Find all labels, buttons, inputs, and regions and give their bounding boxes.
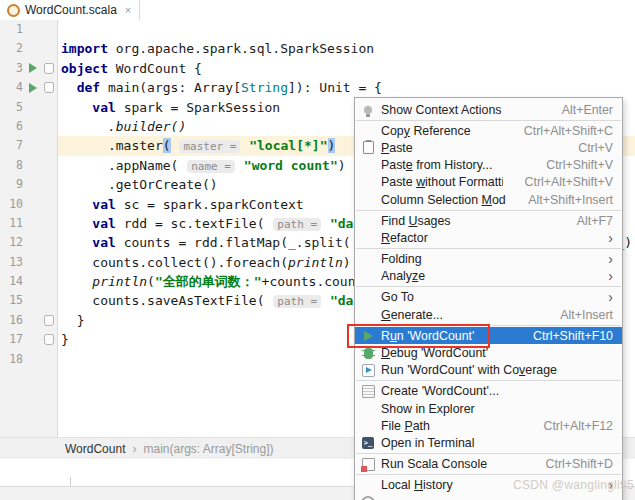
code-line[interactable]: 4 def main(args: Array[String]): Unit = … [0,78,635,97]
menu-item-shortcut: Ctrl+V [578,141,613,155]
line-number: 10 [0,195,23,214]
menu-item-folding[interactable]: Folding› [355,251,622,268]
line-number: 7 [0,136,23,155]
tab-close-icon[interactable]: × [125,4,131,16]
menu-item-partial-bottom-item[interactable] [355,494,622,500]
menu-item-shortcut: Ctrl+Alt+Shift+V [525,175,614,189]
coverage-icon [360,362,376,378]
menu-item-paste[interactable]: PasteCtrl+V [355,139,622,156]
create-icon [360,383,376,399]
menu-item-paste-without-formatting[interactable]: Paste without FormattingCtrl+Alt+Shift+V [355,174,622,191]
menu-item-shortcut: Ctrl+Shift+V [546,158,613,172]
menu-item-label: Paste from History... [381,158,524,172]
gutter-cell: 7 [0,136,58,155]
line-number: 1 [0,20,23,39]
editor-tab-bar: WordCount.scala × [0,0,635,21]
scala-file-icon [7,4,20,17]
menu-item-label: Go To [381,290,586,304]
none-icon [360,418,376,434]
menu-item-analyze[interactable]: Analyze› [355,268,622,285]
none-icon [360,192,376,208]
watermark-text: CSDN @wanglingli95 [513,478,634,492]
fold-marker-icon[interactable] [44,315,54,326]
menu-item-run-wordcount-with-coverage[interactable]: Run 'WordCount' with Coverage [355,362,622,379]
none-icon [360,289,376,305]
breadcrumb-item-file[interactable]: WordCount [65,442,125,456]
menu-item-run-wordcount[interactable]: Run 'WordCount'Ctrl+Shift+F10 [355,327,622,344]
fold-marker-icon[interactable] [44,63,54,74]
menu-item-debug-wordcount[interactable]: Debug 'WordCount' [355,344,622,361]
gutter-cell: 8 [0,156,58,175]
fold-marker-icon[interactable] [44,334,54,345]
gutter-cell: 16 [0,311,58,330]
tab-title: WordCount.scala [25,3,117,17]
code-line[interactable]: 3object WordCount { [0,59,635,78]
none-icon [360,230,376,246]
code-text: import org.apache.spark.sql.SparkSession [58,39,635,58]
code-line[interactable]: 1 [0,20,635,39]
fold-marker-icon[interactable] [44,82,54,93]
gutter-cell: 6 [0,117,58,136]
menu-item-label: Copy Reference [381,124,502,138]
code-line[interactable]: 2import org.apache.spark.sql.SparkSessio… [0,39,635,58]
gutter-cell: 12 [0,233,58,252]
menu-item-label: Create 'WordCount'... [381,384,613,398]
menu-item-shortcut: Alt+Enter [562,103,613,117]
run-icon [360,328,376,344]
menu-item-show-context-actions[interactable]: Show Context ActionsAlt+Enter [355,101,622,118]
menu-item-show-in-explorer[interactable]: Show in Explorer [355,400,622,417]
menu-item-file-path[interactable]: File PathCtrl+Alt+F12 [355,417,622,434]
line-number: 5 [0,98,23,117]
line-number: 15 [0,291,23,310]
menu-item-shortcut: Alt+Shift+Insert [528,193,613,207]
line-number: 8 [0,156,23,175]
tab-wordcount-scala[interactable]: WordCount.scala × [0,0,140,20]
line-number: 2 [0,39,23,58]
menu-item-create-wordcount[interactable]: Create 'WordCount'... [355,383,622,400]
ide-window: { "colors":{ "selection_blue":"#2B7BD3",… [0,0,635,500]
gutter-cell: 4 [0,78,58,97]
run-gutter-icon[interactable] [29,63,37,73]
menu-item-label: Generate... [381,308,538,322]
code-text: object WordCount { [58,59,635,78]
menu-item-label: Run Scala Console [381,457,524,471]
menu-item-shortcut: Ctrl+Shift+D [546,457,613,471]
none-icon [360,401,376,417]
menu-item-column-selection-mode[interactable]: Column Selection ModeAlt+Shift+Insert [355,191,622,208]
debug-icon [360,345,376,361]
menu-item-run-scala-console[interactable]: Run Scala ConsoleCtrl+Shift+D [355,456,622,473]
menu-item-label: Paste [381,141,556,155]
menu-item-label: Folding [381,252,586,266]
menu-item-label: Column Selection Mode [381,193,506,207]
none-icon [360,157,376,173]
gutter-cell: 3 [0,59,58,78]
menu-item-open-in-terminal[interactable]: Open in Terminal [355,434,622,451]
menu-item-label: Refactor [381,231,586,245]
submenu-arrow-icon: › [608,290,613,304]
menu-separator [356,286,621,287]
editor-context-menu: Show Context ActionsAlt+EnterCopy Refere… [354,97,623,500]
gutter-cell: 13 [0,253,58,272]
breadcrumb-separator-icon: › [132,442,136,456]
none-icon [360,251,376,267]
line-number: 12 [0,233,23,252]
breadcrumb-item-member[interactable]: main(args: Array[String]) [143,442,273,456]
menu-item-label: File Path [381,419,521,433]
clipboard-icon [360,140,376,156]
none-icon [360,268,376,284]
menu-item-shortcut: Alt+Insert [560,308,613,322]
run-gutter-icon[interactable] [29,83,37,93]
gutter-cell: 11 [0,214,58,233]
menu-item-go-to[interactable]: Go To› [355,289,622,306]
submenu-arrow-icon: › [608,252,613,266]
none-icon [360,213,376,229]
menu-item-copy-reference[interactable]: Copy ReferenceCtrl+Alt+Shift+C [355,122,622,139]
menu-item-find-usages[interactable]: Find UsagesAlt+F7 [355,212,622,229]
menu-item-paste-from-history[interactable]: Paste from History...Ctrl+Shift+V [355,157,622,174]
gutter-cell: 2 [0,39,58,58]
menu-item-generate[interactable]: Generate...Alt+Insert [355,306,622,323]
none-icon [360,174,376,190]
menu-item-refactor[interactable]: Refactor› [355,229,622,246]
menu-item-shortcut: Alt+F7 [577,214,613,228]
gutter-cell: 17 [0,330,58,349]
